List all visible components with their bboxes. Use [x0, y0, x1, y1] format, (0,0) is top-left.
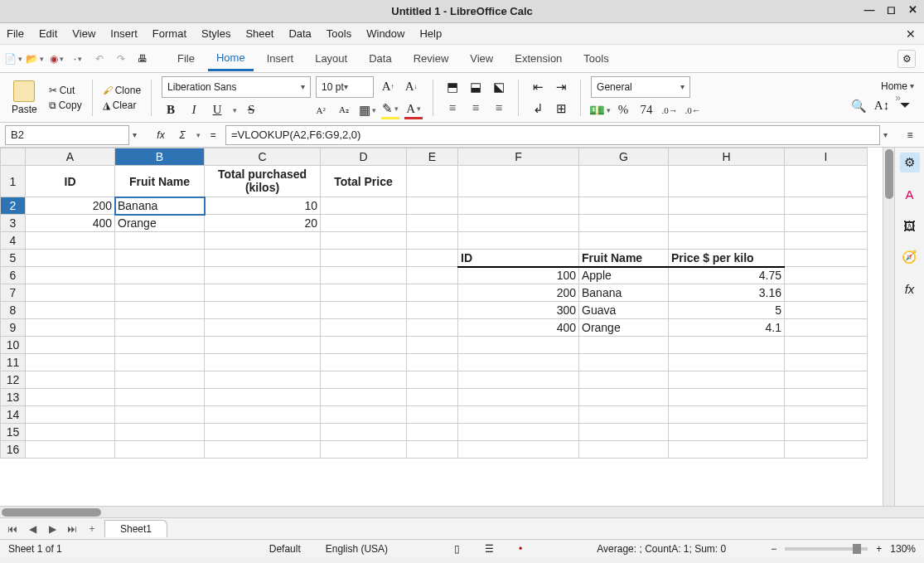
tab-layout[interactable]: Layout [307, 47, 356, 70]
row-header-3[interactable]: 3 [1, 215, 26, 232]
spreadsheet-grid[interactable]: A B C D E F G H I 1 ID Fruit Name Total … [0, 148, 894, 506]
align-center-button[interactable]: ≡ [467, 99, 485, 118]
add-sheet-button[interactable]: ＋ [85, 522, 99, 536]
sidebar-properties-icon[interactable]: ⚙ [900, 153, 920, 172]
italic-button[interactable]: I [185, 101, 203, 119]
sheet-next-button[interactable]: ▶ [45, 523, 60, 535]
percent-button[interactable]: % [614, 101, 632, 119]
sheet-tab-1[interactable]: Sheet1 [104, 520, 167, 537]
cell-H9[interactable]: 4.1 [669, 319, 785, 337]
cell-H6[interactable]: 4.75 [669, 267, 785, 284]
new-doc-icon[interactable]: 📄▾ [5, 50, 22, 68]
col-header-H[interactable]: H [669, 148, 785, 166]
cell-F6[interactable]: 100 [458, 267, 579, 284]
paste-button[interactable]: Paste [7, 77, 42, 119]
font-color-button[interactable]: A▾ [404, 101, 423, 119]
zoom-in-button[interactable]: + [876, 543, 882, 555]
sidebar-gallery-icon[interactable]: 🖼 [900, 216, 920, 235]
cell-G7[interactable]: Banana [579, 284, 669, 302]
zoom-out-button[interactable]: − [771, 543, 776, 555]
cut-button[interactable]: ✂Cut [49, 85, 82, 96]
menu-tools[interactable]: Tools [327, 27, 351, 40]
sum-button[interactable]: Σ [173, 126, 191, 144]
tab-view[interactable]: View [462, 47, 501, 70]
undo-icon[interactable]: ↶ [91, 50, 108, 68]
cell-B1[interactable]: Fruit Name [115, 166, 205, 197]
print-icon[interactable]: 🖶 [134, 50, 151, 68]
col-header-B[interactable]: B [115, 148, 205, 166]
cell-B3[interactable]: Orange [115, 215, 205, 232]
border-button[interactable]: ▦▾ [358, 101, 376, 119]
add-decimal-button[interactable]: .0→ [660, 101, 679, 119]
col-header-D[interactable]: D [321, 148, 407, 166]
status-insert-mode[interactable]: ▯ [454, 543, 460, 555]
sidebar-toggle-icon[interactable]: ≡ [901, 126, 919, 144]
cell-A3[interactable]: 400 [26, 215, 115, 232]
cell-H1[interactable] [669, 166, 785, 197]
cell-B2[interactable]: Banana [115, 197, 205, 215]
tab-insert[interactable]: Insert [259, 47, 302, 70]
zoom-slider[interactable] [785, 547, 868, 551]
superscript-button[interactable]: A² [312, 101, 330, 119]
cell-C1[interactable]: Total purchased (kilos) [205, 166, 321, 197]
formula-equals-button[interactable]: = [204, 126, 222, 144]
strikethrough-button[interactable]: S [242, 101, 260, 119]
menu-edit[interactable]: Edit [39, 27, 57, 40]
select-all-corner[interactable] [1, 148, 26, 166]
col-header-G[interactable]: G [579, 148, 669, 166]
vertical-scrollbar[interactable] [883, 148, 894, 506]
tab-file[interactable]: File [169, 47, 203, 70]
align-bottom-button[interactable]: ⬕ [490, 78, 508, 96]
grow-font-button[interactable]: A↑ [379, 78, 397, 96]
font-size-select[interactable]: 10 pt▾ [316, 76, 374, 98]
highlight-button[interactable]: ✎▾ [381, 101, 399, 119]
menu-insert[interactable]: Insert [110, 27, 138, 40]
cell-F5[interactable]: ID [458, 250, 579, 267]
cell-D1[interactable]: Total Price [321, 166, 407, 197]
horizontal-scrollbar[interactable] [0, 506, 924, 517]
home-menu-button[interactable]: Home▾ [881, 80, 914, 92]
number-format-select[interactable]: General▾ [591, 76, 690, 98]
col-header-I[interactable]: I [785, 148, 868, 166]
remove-decimal-button[interactable]: .0← [684, 101, 702, 119]
indent-increase-button[interactable]: ⇥ [552, 78, 570, 96]
sidebar-functions-icon[interactable]: fx [900, 279, 920, 298]
underline-button[interactable]: U [208, 101, 226, 119]
cell-G5[interactable]: Fruit Name [579, 250, 669, 267]
redo-icon[interactable]: ↷ [113, 50, 129, 68]
clear-button[interactable]: ◮Clear [103, 99, 141, 111]
menu-sheet[interactable]: Sheet [245, 27, 273, 40]
menu-view[interactable]: View [72, 27, 95, 40]
align-top-button[interactable]: ⬒ [443, 78, 462, 96]
zoom-value[interactable]: 130% [890, 543, 916, 555]
menu-data[interactable]: Data [288, 27, 311, 40]
cell-G1[interactable] [579, 166, 669, 197]
indent-decrease-button[interactable]: ⇤ [529, 78, 547, 96]
tab-extension[interactable]: Extension [506, 47, 570, 70]
font-name-select[interactable]: Liberation Sans▾ [162, 76, 311, 98]
cell-H5[interactable]: Price $ per kilo [669, 250, 785, 267]
cell-D2[interactable] [321, 197, 407, 215]
document-close-button[interactable]: ✕ [906, 27, 916, 41]
status-selection-mode[interactable]: ☰ [485, 543, 494, 555]
cell-F9[interactable]: 400 [458, 319, 579, 337]
cell-G8[interactable]: Guava [579, 302, 669, 319]
wrap-text-button[interactable]: ↲ [529, 99, 547, 118]
sheet-last-button[interactable]: ⏭ [65, 523, 80, 535]
cell-reference-box[interactable]: B2 [5, 125, 129, 145]
status-language[interactable]: English (USA) [326, 543, 388, 555]
cell-G6[interactable]: Apple [579, 267, 669, 284]
window-close-button[interactable]: ✕ [906, 2, 919, 16]
col-header-A[interactable]: A [26, 148, 115, 166]
status-modified-icon[interactable]: • [519, 543, 522, 555]
open-doc-icon[interactable]: 📂▾ [27, 50, 43, 68]
save-icon[interactable]: ·▾ [70, 50, 86, 68]
bold-button[interactable]: B [162, 101, 180, 119]
merge-cells-button[interactable]: ⊞ [552, 99, 570, 118]
col-header-F[interactable]: F [458, 148, 579, 166]
menu-file[interactable]: File [7, 27, 24, 40]
function-wizard-button[interactable]: fx [152, 126, 170, 144]
clone-button[interactable]: 🖌Clone [103, 85, 141, 96]
cell-A1[interactable]: ID [26, 166, 115, 197]
formula-expand-icon[interactable]: ▾ [883, 130, 888, 139]
